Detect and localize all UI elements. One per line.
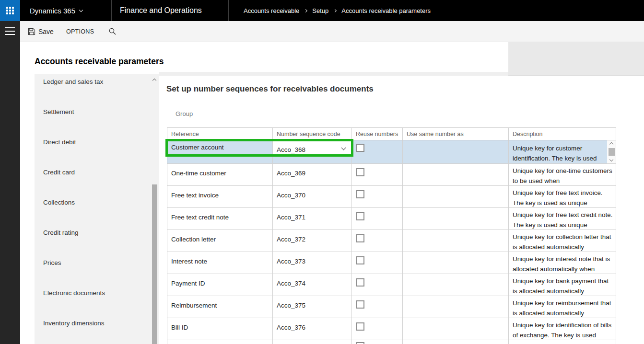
header-gray-area xyxy=(508,42,644,76)
reference-cell[interactable]: Collection letter xyxy=(167,230,273,252)
reference-cell[interactable]: Customer account xyxy=(167,140,273,163)
reuse-numbers-checkbox[interactable] xyxy=(356,212,364,220)
sidebar-item-electronic-documents[interactable]: Electronic documents xyxy=(35,286,159,316)
description-value: Unique key for customer identification. … xyxy=(509,140,616,163)
description-cell[interactable]: Unique key for identification of bills o… xyxy=(509,318,616,340)
use-same-number-cell[interactable] xyxy=(403,230,509,252)
scroll-down-icon[interactable] xyxy=(609,158,613,161)
use-same-number-cell[interactable] xyxy=(403,208,509,229)
number-sequence-code-cell[interactable]: Acco_375 xyxy=(273,296,352,318)
number-sequences-grid: ReferenceNumber sequence codeReuse numbe… xyxy=(167,127,616,344)
reference-value: Collection letter xyxy=(167,230,272,243)
reuse-numbers-checkbox[interactable] xyxy=(356,168,364,176)
reuse-numbers-cell xyxy=(352,230,403,252)
waffle-icon xyxy=(6,7,14,14)
column-header-reference[interactable]: Reference xyxy=(167,128,273,140)
use-same-number-cell[interactable] xyxy=(403,274,509,296)
reference-cell[interactable]: Reimbursement xyxy=(167,296,273,318)
number-sequence-combobox[interactable]: Acco_368 xyxy=(273,140,351,155)
reference-cell[interactable]: Bill ID xyxy=(167,318,273,340)
reference-cell[interactable]: Payment ID xyxy=(167,274,273,296)
use-same-number-cell[interactable] xyxy=(403,296,509,318)
column-header-description[interactable]: Description xyxy=(509,128,616,140)
use-same-number-cell[interactable] xyxy=(403,164,509,185)
use-same-number-value xyxy=(403,230,508,236)
reuse-numbers-checkbox[interactable] xyxy=(356,322,364,331)
search-button[interactable] xyxy=(108,27,117,35)
sidebar-item-prices[interactable]: Prices xyxy=(35,255,159,286)
reuse-numbers-checkbox[interactable] xyxy=(356,278,364,287)
sidebar-item-direct-debit[interactable]: Direct debit xyxy=(35,135,159,165)
number-sequence-code-cell[interactable]: Acco_371 xyxy=(273,208,352,229)
number-sequence-code-cell[interactable]: Acco_369 xyxy=(273,164,352,185)
reference-cell[interactable]: Free text credit note xyxy=(167,208,273,229)
sidebar-scrollbar-thumb[interactable] xyxy=(152,184,157,344)
description-cell[interactable]: Unique key for collection letter that is… xyxy=(509,230,616,252)
reference-value: Customer account xyxy=(167,140,272,151)
description-cell[interactable]: Unique key for bank payment that is allo… xyxy=(509,274,616,296)
use-same-number-cell[interactable] xyxy=(403,140,509,163)
reuse-numbers-cell xyxy=(352,252,403,274)
reuse-numbers-checkbox[interactable] xyxy=(356,190,364,198)
use-same-number-value xyxy=(403,140,508,144)
reference-cell[interactable] xyxy=(167,340,273,344)
description-cell[interactable]: Unique key for customer identification. … xyxy=(509,140,616,163)
number-sequence-code-cell[interactable]: Acco_374 xyxy=(273,274,352,296)
section-heading: Set up number sequences for receivables … xyxy=(166,84,374,94)
number-sequence-code-cell[interactable] xyxy=(273,340,352,344)
use-same-number-cell[interactable] xyxy=(403,318,509,340)
number-sequence-code-cell[interactable]: Acco_376 xyxy=(273,318,352,340)
number-sequence-code-cell[interactable]: Acco_372 xyxy=(273,230,352,252)
reference-value: Reimbursement xyxy=(167,296,272,309)
use-same-number-cell[interactable] xyxy=(403,186,509,207)
sidebar-item-settlement[interactable]: Settlement xyxy=(35,104,159,135)
breadcrumb-item[interactable]: Accounts receivable xyxy=(244,7,299,14)
reference-cell[interactable]: Interest note xyxy=(167,252,273,274)
number-sequence-code-cell[interactable]: Acco_373 xyxy=(273,252,352,274)
sidebar-item-ledger-and-sales-tax[interactable]: Ledger and sales tax xyxy=(35,74,159,104)
scroll-up-icon[interactable] xyxy=(609,142,613,146)
sidebar-item-credit-card[interactable]: Credit card xyxy=(35,165,159,195)
column-header-use-same-number-as[interactable]: Use same number as xyxy=(403,128,509,140)
reuse-numbers-checkbox[interactable] xyxy=(356,342,364,344)
chevron-down-icon[interactable] xyxy=(341,146,346,150)
scrollbar-thumb[interactable] xyxy=(609,148,615,156)
options-button[interactable]: OPTIONS xyxy=(66,28,94,35)
description-cell[interactable]: Unique key for interest note that is all… xyxy=(509,252,616,274)
sidebar-item-credit-rating[interactable]: Credit rating xyxy=(35,225,159,255)
reference-value: One-time customer xyxy=(167,164,272,177)
description-cell[interactable]: Unique key for one-time customers to be … xyxy=(509,164,616,185)
description-value: Unique key for free text invoice. The ke… xyxy=(509,186,616,207)
reuse-numbers-checkbox[interactable] xyxy=(356,256,364,264)
column-header-reuse-numbers[interactable]: Reuse numbers xyxy=(352,128,403,140)
table-row: One-time customerAcco_369Unique key for … xyxy=(167,164,616,186)
app-launcher-button[interactable] xyxy=(0,0,20,21)
reuse-numbers-checkbox[interactable] xyxy=(356,234,364,242)
reuse-numbers-cell xyxy=(352,164,403,185)
hamburger-menu-icon[interactable] xyxy=(5,27,15,37)
column-header-number-sequence-code[interactable]: Number sequence code xyxy=(273,128,352,140)
reuse-numbers-checkbox[interactable] xyxy=(356,144,364,152)
product-menu[interactable]: Dynamics 365 xyxy=(30,0,82,21)
number-sequence-code-cell[interactable]: Acco_370 xyxy=(273,186,352,207)
description-cell[interactable]: Unique key for free text invoice. The ke… xyxy=(509,186,616,207)
description-scrollbar[interactable] xyxy=(607,140,616,163)
reference-cell[interactable]: One-time customer xyxy=(167,164,273,185)
description-value: Unique key for identification of bills o… xyxy=(509,318,616,340)
use-same-number-cell[interactable] xyxy=(403,252,509,274)
app-name[interactable]: Finance and Operations xyxy=(120,0,202,21)
reference-cell[interactable]: Free text invoice xyxy=(167,186,273,207)
number-sequence-code-cell[interactable]: Acco_368 xyxy=(273,140,352,163)
sidebar-item-inventory-dimensions[interactable]: Inventory dimensions xyxy=(35,316,159,344)
breadcrumb-item[interactable]: Accounts receivable parameters xyxy=(341,7,431,14)
description-cell[interactable]: Unique key for free text credit note. Th… xyxy=(509,208,616,229)
description-cell[interactable] xyxy=(509,340,616,344)
reuse-numbers-checkbox[interactable] xyxy=(356,300,364,309)
sidebar-item-collections[interactable]: Collections xyxy=(35,195,159,225)
dynamics365-window: Dynamics 365 Finance and Operations Acco… xyxy=(0,0,644,344)
breadcrumb-item[interactable]: Setup xyxy=(312,7,328,14)
reference-value: Free text credit note xyxy=(167,208,272,221)
save-button[interactable]: Save xyxy=(28,28,54,35)
description-cell[interactable]: Unique key for reimbursement that is all… xyxy=(509,296,616,318)
use-same-number-cell[interactable] xyxy=(403,340,509,344)
